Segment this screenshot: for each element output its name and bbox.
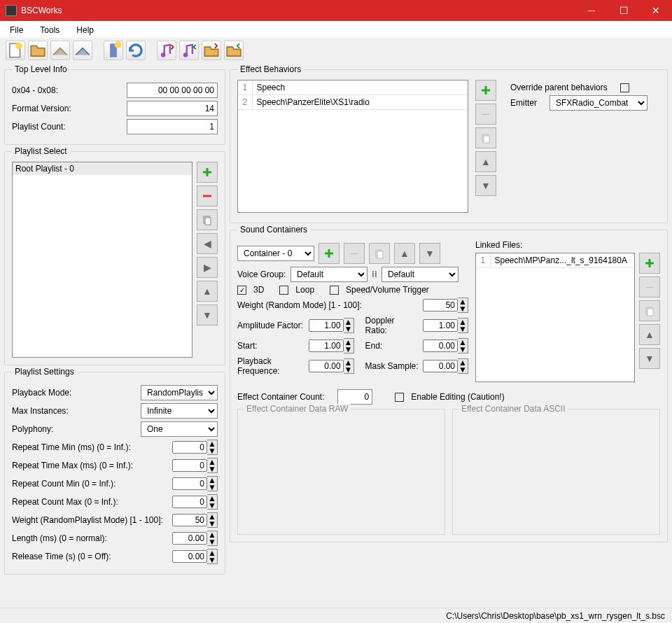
menu-help[interactable]: Help: [69, 24, 101, 36]
add-button[interactable]: [475, 80, 496, 101]
start-input[interactable]: [309, 340, 344, 352]
spinner[interactable]: ▲▼: [458, 318, 468, 333]
save-as-icon[interactable]: [73, 41, 92, 60]
start-label: Start:: [237, 341, 304, 351]
remove-button[interactable]: ─: [639, 276, 660, 298]
linked-item[interactable]: Speech\MP\Panz..._lt_s_9164180A: [490, 253, 634, 268]
doppler-input[interactable]: [423, 319, 458, 332]
behavior-item[interactable]: Speech: [252, 80, 468, 95]
end-input[interactable]: [423, 340, 458, 352]
spinner[interactable]: ▲▼: [207, 549, 218, 564]
copy-button[interactable]: [475, 127, 496, 148]
open-file-icon[interactable]: [28, 41, 48, 60]
playlist-listbox[interactable]: Root Playlist - 0: [12, 162, 192, 358]
spinner[interactable]: ▲▼: [207, 440, 218, 455]
release-input[interactable]: [172, 550, 207, 563]
menu-file[interactable]: File: [3, 24, 30, 36]
add-button[interactable]: [197, 162, 218, 183]
add-button[interactable]: [639, 253, 660, 274]
minimize-button[interactable]: ─: [575, 0, 608, 21]
remove-button[interactable]: ─: [475, 104, 496, 125]
close-button[interactable]: ✕: [640, 0, 672, 21]
playlist-select-legend: Playlist Select: [12, 146, 70, 156]
link-icon[interactable]: ⁞⁞: [372, 270, 377, 279]
down-button[interactable]: ▼: [197, 304, 218, 326]
folder-export-icon[interactable]: [202, 41, 221, 60]
mask-input[interactable]: [423, 360, 458, 372]
svt-checkbox[interactable]: [330, 286, 339, 295]
amp-input[interactable]: [309, 319, 344, 332]
spinner[interactable]: ▲▼: [207, 458, 218, 473]
polyphony-select[interactable]: One: [141, 421, 218, 437]
container-select[interactable]: Container - 0: [237, 246, 314, 261]
vg1-select[interactable]: Default: [290, 267, 368, 282]
folder-import-icon[interactable]: [224, 41, 244, 60]
menu-tools[interactable]: Tools: [33, 24, 66, 36]
rtmax-input[interactable]: [172, 459, 207, 472]
remove-button[interactable]: [197, 186, 218, 206]
spinner[interactable]: ▲▼: [458, 338, 468, 354]
remove-button[interactable]: ─: [344, 243, 365, 264]
bookmark-icon[interactable]: [104, 41, 123, 60]
ecc-input[interactable]: [337, 389, 372, 405]
save-icon[interactable]: [50, 41, 70, 60]
override-checkbox[interactable]: [620, 83, 629, 92]
up-button[interactable]: ▲: [394, 243, 415, 264]
down-button[interactable]: ▼: [639, 348, 660, 369]
linked-list[interactable]: 1Speech\MP\Panz..._lt_s_9164180A: [475, 253, 635, 382]
sc-weight-label: Weight (Random Mode) [1 - 100]:: [237, 300, 419, 310]
max-instances-select[interactable]: Infinite: [141, 403, 218, 419]
copy-button[interactable]: [639, 300, 660, 321]
up-button[interactable]: ▲: [475, 151, 496, 172]
top-level-info: Top Level Info 0x04 - 0x08: Format Versi…: [4, 64, 225, 145]
up-button[interactable]: ▲: [197, 281, 218, 302]
spinner[interactable]: ▲▼: [344, 338, 354, 354]
spinner[interactable]: ▲▼: [207, 531, 218, 546]
down-button[interactable]: ▼: [419, 243, 440, 264]
behavior-item[interactable]: Speech\PanzerElite\XS1\radio: [252, 95, 468, 110]
spinner[interactable]: ▲▼: [344, 358, 354, 374]
enable-editing-checkbox[interactable]: [395, 393, 404, 402]
maximize-button[interactable]: ☐: [608, 0, 640, 21]
ascii-label: Effect Container Data ASCII: [458, 404, 568, 414]
spinner[interactable]: ▲▼: [458, 298, 468, 313]
copy-button[interactable]: [197, 209, 218, 230]
playback-mode-select[interactable]: RandomPlaylist: [141, 385, 218, 400]
right-button[interactable]: ▶: [197, 257, 218, 278]
row-num: 1: [476, 253, 490, 268]
weight-input[interactable]: [172, 514, 207, 526]
spinner[interactable]: ▲▼: [207, 494, 218, 510]
weight-label: Weight (RandomPlaylist Mode) [1 - 100]:: [12, 515, 168, 525]
loop-checkbox[interactable]: [279, 286, 288, 295]
add-button[interactable]: [318, 243, 340, 264]
sc-weight-input[interactable]: [423, 299, 458, 312]
spinner[interactable]: ▲▼: [344, 318, 354, 333]
down-button[interactable]: ▼: [475, 175, 496, 196]
format-input[interactable]: [127, 101, 218, 116]
rtmin-input[interactable]: [172, 441, 207, 454]
spinner[interactable]: ▲▼: [458, 358, 468, 374]
length-input[interactable]: [172, 532, 207, 545]
music-import-icon[interactable]: [179, 41, 199, 60]
spinner[interactable]: ▲▼: [207, 512, 218, 528]
new-file-icon[interactable]: [6, 41, 25, 60]
status-path: C:\Users\Chris\Desktop\base\pb_xs1_wrn_r…: [446, 611, 665, 621]
effect-behaviors-legend: Effect Behaviors: [237, 64, 304, 74]
spinner[interactable]: ▲▼: [207, 476, 218, 491]
svg-point-3: [115, 41, 122, 48]
rcmax-input[interactable]: [172, 496, 207, 508]
refresh-icon[interactable]: [126, 41, 146, 60]
rcmin-input[interactable]: [172, 477, 207, 490]
playlist-count-input[interactable]: [127, 119, 218, 134]
emitter-select[interactable]: SFXRadio_Combat: [550, 95, 648, 111]
playlist-item[interactable]: Root Playlist - 0: [13, 162, 192, 175]
left-button[interactable]: ◀: [197, 233, 218, 254]
copy-button[interactable]: [369, 243, 390, 264]
behaviors-list[interactable]: 1Speech 2Speech\PanzerElite\XS1\radio: [237, 80, 468, 213]
hex-input[interactable]: [127, 83, 218, 98]
vg2-select[interactable]: Default: [382, 267, 458, 282]
up-button[interactable]: ▲: [639, 324, 660, 345]
music-export-icon[interactable]: [157, 41, 176, 60]
3d-checkbox[interactable]: ✓: [237, 286, 246, 295]
freq-input[interactable]: [309, 360, 344, 372]
